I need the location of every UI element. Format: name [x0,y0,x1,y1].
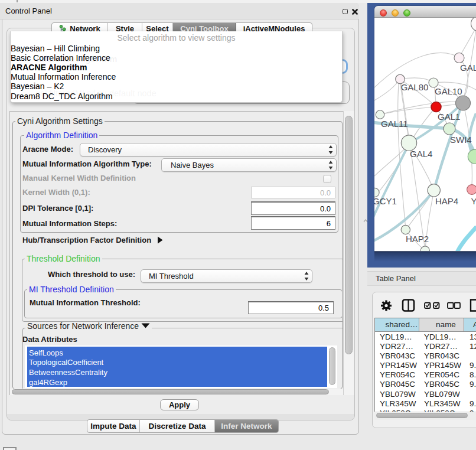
svg-text:Y: Y [471,196,476,206]
svg-text:GAL4: GAL4 [410,149,432,159]
svg-text:SWI4: SWI4 [450,135,472,145]
svg-text:GCY1: GCY1 [374,196,397,206]
svg-text:GAL11: GAL11 [381,119,408,129]
svg-text:GAL80: GAL80 [401,82,429,92]
svg-text:GAL10: GAL10 [435,86,462,96]
svg-text:GAL7: GAL7 [460,63,476,73]
svg-text:GAL1: GAL1 [438,112,460,122]
svg-text:HAP2: HAP2 [406,234,429,244]
svg-text:HAP4: HAP4 [435,196,458,206]
